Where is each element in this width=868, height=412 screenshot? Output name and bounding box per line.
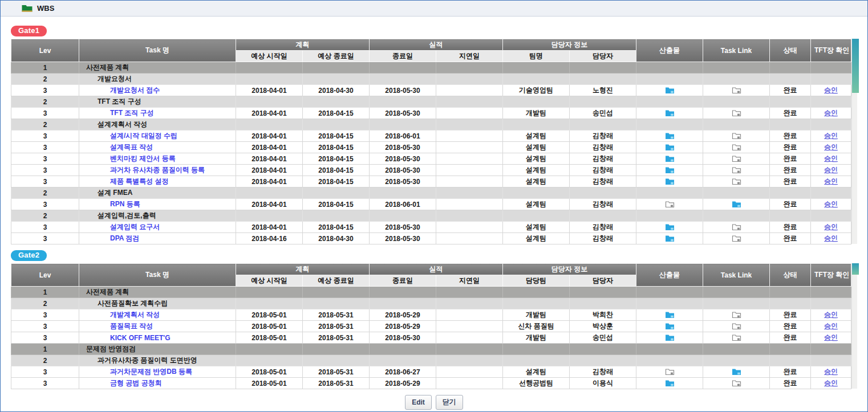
gate1-badge: Gate1 [11,26,47,36]
task-name-link[interactable]: 제품 특별특성 설정 [110,177,169,185]
gray-folder-icon[interactable] [732,154,741,163]
status-cell: 완료 [770,153,811,165]
actual-end-cell [370,187,436,199]
blue-folder-icon[interactable] [665,132,675,140]
plan-end-cell: 2018-05-31 [303,332,370,344]
approve-link[interactable]: 승인 [824,200,838,208]
gray-folder-icon[interactable] [732,86,741,95]
gray-folder-icon[interactable] [732,166,741,174]
blue-folder-icon[interactable] [665,311,675,319]
table-row: 3KICK OFF MEET'G2018-05-012018-05-312018… [11,332,851,344]
gate2-scrollbar[interactable] [851,263,857,389]
gray-folder-icon[interactable] [732,143,741,152]
plan-start-cell [236,210,303,222]
task-cell: TFT 조직 구성 [79,108,236,119]
task-name-link[interactable]: 개발계획서 작성 [110,311,160,319]
blue-folder-icon[interactable] [665,333,675,342]
task-name-link[interactable]: 설계/시작 대일정 수립 [110,132,177,140]
gray-folder-icon[interactable] [732,109,741,117]
plan-start-cell: 2018-04-01 [236,199,303,210]
team-cell: 개발팀 [503,309,570,321]
close-button[interactable]: 닫기 [436,395,463,410]
gray-folder-icon[interactable] [732,333,741,342]
status-cell: 완료 [770,233,811,244]
approve-link[interactable]: 승인 [824,177,838,185]
blue-folder-icon[interactable] [665,177,675,186]
edit-button[interactable]: Edit [405,395,432,410]
gate2-badge: Gate2 [11,250,47,261]
tft-confirm-cell [811,287,851,298]
lev-cell: 1 [11,287,79,298]
approve-link[interactable]: 승인 [824,132,838,140]
title-bar: WBS [1,1,867,17]
blue-folder-icon[interactable] [665,143,675,152]
gray-folder-icon[interactable] [732,177,741,186]
gray-folder-icon[interactable] [732,322,741,331]
task-cell: 금형 공법 공청회 [79,378,236,389]
actual-end-cell [370,210,436,222]
approve-link[interactable]: 승인 [824,368,838,376]
task-name-link[interactable]: KICK OFF MEET'G [110,334,171,342]
approve-link[interactable]: 승인 [824,322,838,330]
approve-link[interactable]: 승인 [824,143,838,151]
task-link-cell [703,233,770,244]
task-name-link[interactable]: RPN 등록 [110,200,140,208]
task-name-link[interactable]: 과거차 유사차종 품질이력 등록 [110,166,205,174]
approve-link[interactable]: 승인 [824,86,838,94]
tft-confirm-cell: 승인 [811,366,851,378]
approve-link[interactable]: 승인 [824,234,838,242]
blue-folder-icon[interactable] [665,379,675,387]
blue-folder-icon[interactable] [665,322,675,331]
plan-start-cell [236,187,303,199]
lev-cell: 1 [11,344,79,355]
gate2-scrollbar-thumb[interactable] [852,263,859,275]
task-name-link[interactable]: 벤치마킹 제안서 등록 [110,154,176,162]
gate1-scrollbar-thumb[interactable] [852,39,859,93]
task-name-link[interactable]: 과거차문제점 반영DB 등록 [110,368,192,376]
table-row: 3TFT 조직 구성2018-04-012018-04-152018-05-30… [11,108,851,119]
approve-link[interactable]: 승인 [824,379,838,387]
column-header-lev: Lev [11,264,79,287]
approve-link[interactable]: 승인 [824,311,838,319]
gray-folder-icon[interactable] [665,368,675,376]
blue-folder-icon[interactable] [665,154,675,163]
team-cell [503,210,570,222]
actual-end-cell: 2018-05-30 [370,142,436,153]
blue-folder-icon[interactable] [665,223,675,231]
task-name-link[interactable]: DPA 점검 [110,234,139,242]
task-name-link[interactable]: 개발요청서 접수 [110,86,160,94]
blue-folder-icon[interactable] [665,234,675,243]
task-name-link[interactable]: 설계입력 요구서 [110,223,160,231]
approve-link[interactable]: 승인 [824,154,838,162]
blue-folder-icon[interactable] [665,166,675,174]
plan-end-cell: 2018-04-15 [303,108,370,119]
task-name-link[interactable]: 금형 공법 공청회 [110,379,162,387]
approve-link[interactable]: 승인 [824,109,838,117]
blue-folder-icon[interactable] [665,86,675,95]
blue-folder-icon[interactable] [665,109,675,117]
gray-folder-icon[interactable] [665,200,675,209]
gray-folder-icon[interactable] [732,311,741,319]
gate1-scrollbar[interactable] [851,39,857,244]
owner-cell: 김창래 [570,142,636,153]
task-name-link[interactable]: 설계목표 작성 [110,143,153,151]
blue-folder-icon[interactable] [732,368,741,376]
gray-folder-icon[interactable] [732,379,741,387]
approve-link[interactable]: 승인 [824,166,838,174]
task-name-link[interactable]: TFT 조직 구성 [110,109,154,117]
plan-end-cell: 2018-04-15 [303,199,370,210]
owner-cell: 박희찬 [570,309,636,321]
gray-folder-icon[interactable] [732,132,741,140]
gray-folder-icon[interactable] [732,223,741,231]
approve-link[interactable]: 승인 [824,333,838,341]
status-cell: 완료 [770,176,811,187]
approve-link[interactable]: 승인 [824,223,838,231]
team-cell [503,62,570,74]
blue-folder-icon[interactable] [732,200,741,209]
team-cell [503,298,570,309]
output-cell [636,355,703,366]
task-link-cell [703,187,770,199]
gray-folder-icon[interactable] [732,234,741,243]
delay-cell [436,287,503,298]
task-name-link[interactable]: 품질목표 작성 [110,322,153,330]
